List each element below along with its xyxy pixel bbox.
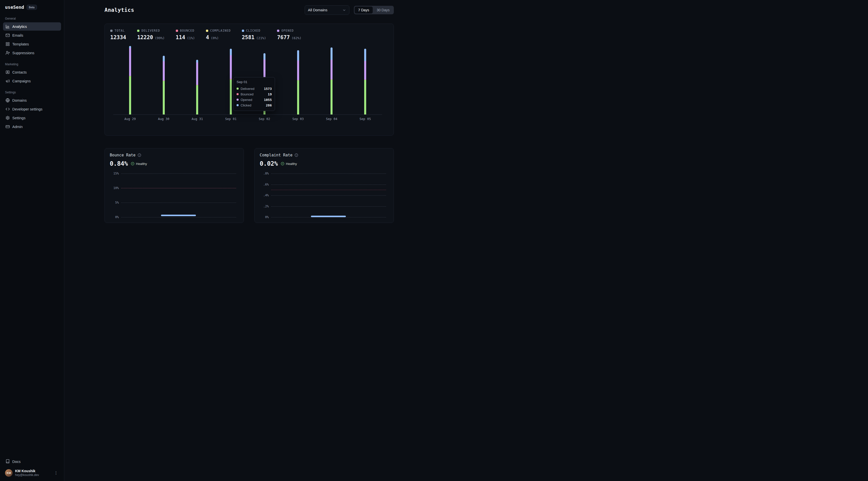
segment-opened bbox=[163, 61, 165, 81]
x-axis-label: Aug 30 bbox=[154, 117, 174, 121]
stat-color-dot bbox=[110, 30, 113, 32]
segment-opened bbox=[331, 60, 333, 79]
stat-label: DELIVERED bbox=[142, 29, 160, 32]
bounce-rate-value: 0.84% bbox=[110, 160, 128, 167]
x-axis-label: Sep 03 bbox=[288, 117, 308, 121]
grid-icon bbox=[5, 42, 10, 46]
check-circle-icon bbox=[131, 162, 134, 165]
stat-value: 12334 bbox=[110, 34, 126, 40]
segment-delivered bbox=[364, 80, 366, 115]
stat-opened: OPENED7677(62%) bbox=[277, 29, 301, 40]
bar-slot-sep-04[interactable] bbox=[327, 47, 337, 115]
sidebar-item-templates[interactable]: Templates bbox=[3, 40, 61, 48]
gear-icon bbox=[5, 116, 10, 120]
stat-value: 114 bbox=[176, 34, 185, 40]
domain-filter-select[interactable]: All Domains bbox=[305, 5, 349, 15]
sidebar-item-contacts[interactable]: Contacts bbox=[3, 68, 61, 76]
complaint-health-badge: Healthy bbox=[281, 162, 297, 166]
code-icon bbox=[5, 107, 10, 111]
chart-x-axis bbox=[113, 115, 382, 115]
app-logo: useSend Beta bbox=[3, 3, 61, 11]
sidebar-item-label: Developer settings bbox=[12, 107, 42, 111]
segment-opened bbox=[196, 63, 198, 85]
megaphone-icon bbox=[5, 79, 10, 83]
stacked-bar[interactable] bbox=[196, 60, 198, 115]
complaint-rate-value: 0.02% bbox=[260, 160, 278, 167]
bar-slot-sep-03[interactable] bbox=[293, 50, 303, 115]
bar-slot-aug-31[interactable] bbox=[192, 60, 202, 115]
segment-clicked bbox=[163, 56, 165, 62]
stat-color-dot bbox=[137, 30, 140, 32]
bounce-health-badge: Healthy bbox=[131, 162, 147, 166]
sidebar-item-suppressions[interactable]: Suppressions bbox=[3, 49, 61, 57]
page-header: Analytics All Domains 7 Days30 Days bbox=[104, 4, 394, 15]
complaint-rate-value-row: 0.02% Healthy bbox=[260, 160, 389, 167]
tooltip-value: 286 bbox=[266, 103, 272, 107]
stacked-bar[interactable] bbox=[297, 50, 299, 115]
sidebar-item-settings[interactable]: Settings bbox=[3, 114, 61, 122]
domain-filter-value: All Domains bbox=[308, 8, 327, 12]
sidebar-item-admin[interactable]: Admin bbox=[3, 123, 61, 131]
bar-slot-aug-30[interactable] bbox=[159, 56, 169, 115]
y-tick-label: .6% bbox=[260, 183, 269, 186]
sidebar-item-label: Suppressions bbox=[12, 51, 34, 55]
stat-value: 2581 bbox=[242, 34, 255, 40]
app-name: useSend bbox=[5, 4, 24, 10]
main-content: Analytics All Domains 7 Days30 Days TOTA… bbox=[64, 0, 434, 223]
sidebar-item-analytics[interactable]: Analytics bbox=[3, 22, 61, 31]
tooltip-color-dot bbox=[237, 104, 239, 106]
gridline-5pct bbox=[121, 202, 236, 203]
mail-icon bbox=[5, 33, 10, 37]
info-icon[interactable] bbox=[294, 153, 298, 157]
stat-color-dot bbox=[176, 30, 178, 32]
tooltip-row-opened: Opened1055 bbox=[237, 97, 272, 102]
y-tick-label: .8% bbox=[260, 172, 269, 175]
sidebar-item-domains[interactable]: Domains bbox=[3, 96, 61, 104]
stacked-bar[interactable] bbox=[364, 49, 366, 115]
bar-slot-aug-29[interactable] bbox=[125, 46, 135, 115]
chart-x-labels: Aug 29Aug 30Aug 31Sep 01Sep 02Sep 03Sep … bbox=[113, 117, 382, 121]
tooltip-value: 19 bbox=[268, 92, 272, 96]
y-tick-label: 0% bbox=[260, 215, 269, 219]
tooltip-label: Bounced bbox=[241, 92, 266, 96]
section-label-settings: Settings bbox=[5, 91, 59, 94]
complaint-rate-card: Complaint Rate 0.02% Healthy .8%.6%.4%.2… bbox=[254, 148, 394, 223]
tooltip-label: Delivered bbox=[241, 87, 262, 91]
user-x-icon bbox=[5, 51, 10, 55]
stacked-bar[interactable] bbox=[331, 47, 333, 115]
globe-icon bbox=[5, 98, 10, 102]
sidebar-item-campaigns[interactable]: Campaigns bbox=[3, 77, 61, 85]
sidebar-item-label: Analytics bbox=[12, 25, 27, 29]
complaint-rate-header: Complaint Rate bbox=[260, 153, 389, 157]
tooltip-title: Sep 01 bbox=[237, 80, 272, 84]
threshold-line bbox=[271, 190, 386, 190]
bounce-rate-chart: 15%10%5%0% bbox=[110, 171, 239, 220]
stats-row: TOTAL12334DELIVERED12220(99%)BOUNCED114(… bbox=[110, 29, 388, 40]
sidebar-item-developer-settings[interactable]: Developer settings bbox=[3, 105, 61, 113]
tooltip-row-clicked: Clicked286 bbox=[237, 102, 272, 108]
sidebar-item-emails[interactable]: Emails bbox=[3, 31, 61, 39]
x-axis-label: Sep 02 bbox=[254, 117, 275, 121]
stat-percent: (99%) bbox=[155, 36, 164, 40]
chevron-down-icon bbox=[342, 8, 346, 12]
stacked-bar[interactable] bbox=[129, 46, 131, 115]
range-tabs: 7 Days30 Days bbox=[354, 6, 394, 14]
sidebar-nav: GeneralAnalyticsEmailsTemplatesSuppressi… bbox=[3, 11, 61, 131]
stat-value: 12220 bbox=[137, 34, 153, 40]
rate-data-segment bbox=[161, 215, 196, 216]
bar-slot-sep-05[interactable] bbox=[360, 49, 370, 115]
segment-clicked bbox=[129, 46, 131, 48]
tab-30-days[interactable]: 30 Days bbox=[373, 6, 393, 13]
stacked-bar[interactable] bbox=[163, 56, 165, 115]
segment-delivered bbox=[163, 81, 165, 115]
stat-label: COMPLAINED bbox=[210, 29, 231, 32]
tab-7-days[interactable]: 7 Days bbox=[354, 6, 373, 13]
gridline-15pct bbox=[121, 173, 236, 174]
stacked-bar[interactable] bbox=[230, 49, 232, 115]
tooltip-label: Opened bbox=[241, 98, 262, 102]
stat-percent: (21%) bbox=[256, 36, 266, 40]
segment-opened bbox=[297, 61, 299, 80]
tooltip-color-dot bbox=[237, 88, 239, 90]
stat-label: OPENED bbox=[281, 29, 293, 32]
info-icon[interactable] bbox=[137, 153, 141, 157]
